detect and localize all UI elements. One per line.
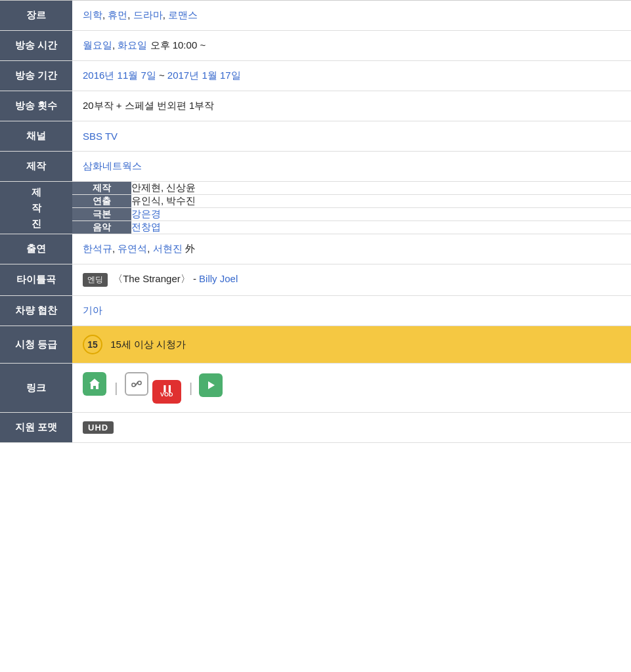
value-channel: SBS TV [72, 121, 631, 152]
row-air-period: 방송 기간 2016년 11월 7일 ~ 2017년 1월 17일 [0, 61, 631, 91]
value-car-sponsor: 기아 [72, 296, 631, 326]
row-music: 음악 전창엽 [72, 221, 631, 234]
value-title-song: 엔딩 〈The Stranger〉 - Billy Joel [72, 264, 631, 296]
link-monday[interactable]: 월요일 [83, 39, 112, 51]
value-format: UHD [72, 413, 631, 443]
value-writer: 강은경 [131, 208, 631, 221]
value-production-company: 삼화네트웍스 [72, 152, 631, 182]
link-url-button[interactable] [125, 372, 148, 396]
label-car-sponsor: 차량 협찬 [0, 296, 72, 326]
label-episode-count: 방송 횟수 [0, 91, 72, 121]
label-writer: 극본 [72, 208, 131, 221]
row-production-company: 제작 삼화네트웍스 [0, 152, 631, 182]
svg-rect-1 [138, 381, 141, 385]
pipe-separator-2: | [189, 381, 192, 396]
label-format: 지원 포맷 [0, 413, 72, 443]
row-director: 연출 유인식, 박수진 [72, 195, 631, 208]
row-air-time: 방송 시간 월요일, 화요일 오후 10:00 ~ [0, 31, 631, 61]
link-genre-drama[interactable]: 드라마 [133, 9, 163, 20]
link-artist[interactable]: Billy Joel [199, 273, 238, 284]
value-music-director: 전창엽 [131, 221, 631, 234]
row-rating: 시청 등급 15 15세 이상 시청가 [0, 326, 631, 364]
link-production-company[interactable]: 삼화네트웍스 [83, 160, 142, 171]
row-format: 지원 포맷 UHD [0, 413, 631, 443]
row-links: 링크 | ▐▐ VOD [0, 364, 631, 413]
period-separator: ~ [159, 70, 167, 81]
info-table: 장르 의학, 휴먼, 드라마, 로맨스 방송 시간 월요일, 화요일 오후 10… [0, 0, 631, 443]
link-writer[interactable]: 강은경 [131, 208, 161, 219]
row-producer: 제작 안제현, 신상윤 [72, 182, 631, 195]
row-car-sponsor: 차량 협찬 기아 [0, 296, 631, 326]
link-genre-human[interactable]: 휴먼 [108, 9, 127, 20]
home-icon [88, 377, 101, 390]
svg-marker-2 [208, 381, 215, 389]
link-genre-romance[interactable]: 로맨스 [168, 9, 198, 20]
label-title-song: 타이틀곡 [0, 264, 72, 296]
row-cast: 출연 한석규, 유연석, 서현진 外 [0, 234, 631, 264]
link-car-sponsor[interactable]: 기아 [83, 304, 102, 316]
link-start-date[interactable]: 2016년 11월 7일 [83, 70, 156, 81]
label-air-period: 방송 기간 [0, 61, 72, 91]
cast-extra: 外 [185, 243, 195, 254]
production-staff-table: 제작 안제현, 신상윤 연출 유인식, 박수진 극본 강은경 음악 전창엽 [72, 182, 631, 234]
value-production-staff: 제작 안제현, 신상윤 연출 유인식, 박수진 극본 강은경 음악 전창엽 [72, 182, 631, 234]
label-channel: 채널 [0, 121, 72, 152]
link-cast-han[interactable]: 한석규 [83, 243, 112, 254]
label-cast: 출연 [0, 234, 72, 264]
link-icon [130, 377, 143, 390]
label-producer: 제작 [72, 182, 131, 195]
vod-icon-top: ▐▐ VOD [160, 386, 173, 398]
pipe-separator-1: | [114, 381, 118, 396]
play-icon [206, 380, 216, 390]
svg-rect-0 [132, 383, 135, 387]
row-episode-count: 방송 횟수 20부작 + 스페셜 번외편 1부작 [0, 91, 631, 121]
song-separator: - [193, 273, 199, 284]
link-tuesday[interactable]: 화요일 [118, 39, 147, 51]
vod-label: VOD [160, 392, 173, 398]
rating-badge: 15 [83, 335, 102, 354]
vod-button[interactable]: ▐▐ VOD [152, 380, 181, 404]
label-production-company: 제작 [0, 152, 72, 182]
value-rating: 15 15세 이상 시청가 [72, 326, 631, 364]
link-genre-medical[interactable]: 의학 [83, 9, 102, 20]
value-genre: 의학, 휴먼, 드라마, 로맨스 [72, 1, 631, 31]
song-title: 〈The Stranger〉 [113, 273, 190, 284]
ending-badge: 엔딩 [83, 273, 108, 287]
link-end-date[interactable]: 2017년 1월 17일 [167, 70, 241, 81]
value-episode-count: 20부작 + 스페셜 번외편 1부작 [72, 91, 631, 121]
label-rating: 시청 등급 [0, 326, 72, 364]
value-producer: 안제현, 신상윤 [131, 182, 631, 195]
value-air-time: 월요일, 화요일 오후 10:00 ~ [72, 31, 631, 61]
rating-text: 15세 이상 시청가 [110, 339, 186, 350]
air-time-text: 오후 10:00 ~ [150, 39, 206, 51]
link-cast-seo[interactable]: 서현진 [153, 243, 183, 254]
uhd-badge: UHD [83, 421, 114, 434]
label-production-staff: 제작진 [0, 182, 72, 234]
row-channel: 채널 SBS TV [0, 121, 631, 152]
link-music-director[interactable]: 전창엽 [131, 221, 161, 232]
label-genre: 장르 [0, 1, 72, 31]
row-production-staff: 제작진 제작 안제현, 신상윤 연출 유인식, 박수진 극본 강은경 [0, 182, 631, 234]
link-channel[interactable]: SBS TV [83, 131, 118, 142]
label-music-director: 음악 [72, 221, 131, 234]
label-links: 링크 [0, 364, 72, 413]
play-button[interactable] [199, 373, 223, 397]
link-home-button[interactable] [83, 372, 106, 396]
value-cast: 한석규, 유연석, 서현진 外 [72, 234, 631, 264]
label-air-time: 방송 시간 [0, 31, 72, 61]
row-writer: 극본 강은경 [72, 208, 631, 221]
row-title-song: 타이틀곡 엔딩 〈The Stranger〉 - Billy Joel [0, 264, 631, 296]
value-director: 유인식, 박수진 [131, 195, 631, 208]
row-genre: 장르 의학, 휴먼, 드라마, 로맨스 [0, 1, 631, 31]
value-air-period: 2016년 11월 7일 ~ 2017년 1월 17일 [72, 61, 631, 91]
value-links: | ▐▐ VOD | [72, 364, 631, 413]
label-director: 연출 [72, 195, 131, 208]
link-cast-yoo[interactable]: 유연석 [118, 243, 147, 254]
